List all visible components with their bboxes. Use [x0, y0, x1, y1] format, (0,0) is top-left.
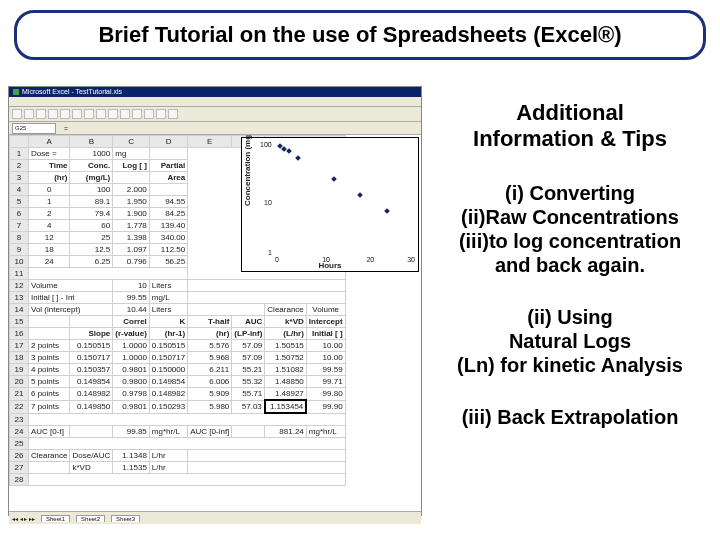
right-item-3: (iii) Back Extrapolation: [430, 405, 710, 429]
row-15: 15CorrelKT-halfAUCk*VDIntercept: [10, 316, 346, 328]
row-22: 227 points0.1498500.98010.1502935.98057.…: [10, 400, 346, 413]
row-26: 26ClearanceDose/AUC1.1348L/hr: [10, 450, 346, 462]
cell: 0.150717: [149, 352, 187, 364]
cell: Partial: [149, 160, 187, 172]
slide: Brief Tutorial on the use of Spreadsheet…: [0, 0, 720, 540]
cell: 99.90: [306, 400, 345, 413]
cell: Liters: [149, 280, 187, 292]
cell: 5 points: [29, 376, 70, 388]
excel-icon: [13, 89, 19, 95]
toolbar-btn: [84, 109, 94, 119]
cell: [149, 184, 187, 196]
cell: [113, 172, 150, 184]
cell: 56.25: [149, 256, 187, 268]
excel-formula-bar: G25 =: [9, 122, 421, 135]
cell: 6.006: [188, 376, 232, 388]
title-box: Brief Tutorial on the use of Spreadsheet…: [14, 10, 706, 60]
cell: Correl: [113, 316, 150, 328]
toolbar-btn: [72, 109, 82, 119]
cell: 79.4: [70, 208, 113, 220]
toolbar-btn: [96, 109, 106, 119]
cell: (LP-inf): [232, 328, 265, 340]
toolbar-btn: [48, 109, 58, 119]
cell: (mg/L): [70, 172, 113, 184]
chart-point: [358, 192, 364, 198]
excel-menubar: [9, 97, 421, 107]
cell: 57.03: [232, 400, 265, 413]
toolbar-btn: [168, 109, 178, 119]
excel-screenshot: Microsoft Excel - TestTutorial.xls G25 =: [8, 86, 422, 516]
right-item-2: (ii) Using Natural Logs (Ln) for kinetic…: [430, 305, 710, 377]
cell: 99.85: [113, 426, 150, 438]
cell: 1000: [70, 148, 113, 160]
cell: 18: [29, 244, 70, 256]
right-heading-l2: Information & Tips: [473, 126, 667, 151]
cell: 1.153454: [265, 400, 306, 413]
cell: k*VD: [265, 316, 306, 328]
sheet-tab: Sheet3: [111, 515, 140, 522]
cell: (r-value): [113, 328, 150, 340]
cell: 6.211: [188, 364, 232, 376]
cell: [29, 462, 70, 474]
cell: AUC: [232, 316, 265, 328]
cell: Initial [ ]: [306, 328, 345, 340]
cell: 99.71: [306, 376, 345, 388]
right-column: Additional Information & Tips (i) Conver…: [430, 100, 710, 429]
cell: 55.32: [232, 376, 265, 388]
cell: 1.398: [113, 232, 150, 244]
cell: 12.5: [70, 244, 113, 256]
cell: Log [ ]: [113, 160, 150, 172]
cell: 7 points: [29, 400, 70, 413]
cell: 57.09: [232, 340, 265, 352]
cell: Volume: [306, 304, 345, 316]
cell: 1.1348: [113, 450, 150, 462]
item3-l1: (iii) Back Extrapolation: [462, 406, 679, 428]
cell: 10.44: [113, 304, 150, 316]
excel-titlebar: Microsoft Excel - TestTutorial.xls: [9, 87, 421, 97]
row-14: 14Vol (intercept)10.44LitersClearanceVol…: [10, 304, 346, 316]
cell: Liters: [149, 304, 187, 316]
cell: [29, 413, 346, 426]
row-24: 24AUC [0-t]99.85mg*hr/LAUC [0-inf]881.24…: [10, 426, 346, 438]
cell: [70, 316, 113, 328]
cell: AUC [0-inf]: [188, 426, 232, 438]
chart-xlabel: Hours: [242, 261, 418, 270]
cell: (hr-1): [149, 328, 187, 340]
cell: 0.149854: [149, 376, 187, 388]
cell: 1: [29, 196, 70, 208]
cell: [29, 438, 346, 450]
cell: 0.9798: [113, 388, 150, 401]
cell: 10.00: [306, 352, 345, 364]
cell: 1.48850: [265, 376, 306, 388]
row-18: 183 points0.1507171.00000.1507175.96857.…: [10, 352, 346, 364]
cell: [188, 462, 345, 474]
cell: 1.097: [113, 244, 150, 256]
cell: 5.909: [188, 388, 232, 401]
cell: [188, 292, 345, 304]
item1-l1: (i) Converting: [505, 182, 635, 204]
cell: [188, 304, 265, 316]
col-B: B: [70, 136, 113, 148]
cell: 3 points: [29, 352, 70, 364]
toolbar-btn: [132, 109, 142, 119]
col-C: C: [113, 136, 150, 148]
cell: 0.796: [113, 256, 150, 268]
cell: k*VD: [70, 462, 113, 474]
right-heading: Additional Information & Tips: [430, 100, 710, 153]
row-13: 13Initial [ ] - Int99.55mg/L: [10, 292, 346, 304]
cell: 1.0000: [113, 352, 150, 364]
cell: K: [149, 316, 187, 328]
item1-l2: (ii)Raw Concentrations: [461, 206, 679, 228]
cell: 10.00: [306, 340, 345, 352]
cell: Intercept: [306, 316, 345, 328]
cell: mg/L: [149, 292, 187, 304]
cell: Area: [149, 172, 187, 184]
excel-statusbar: ◂◂ ◂ ▸ ▸▸ Sheet1 Sheet2 Sheet3: [9, 511, 421, 524]
row-12: 12Volume10Liters: [10, 280, 346, 292]
toolbar-btn: [24, 109, 34, 119]
cell: [29, 328, 70, 340]
row-16: 16Slope(r-value)(hr-1)(hr)(LP-inf)(L/hr)…: [10, 328, 346, 340]
cell: [70, 426, 113, 438]
cell: 881.24: [265, 426, 306, 438]
cell: Vol (intercept): [29, 304, 113, 316]
